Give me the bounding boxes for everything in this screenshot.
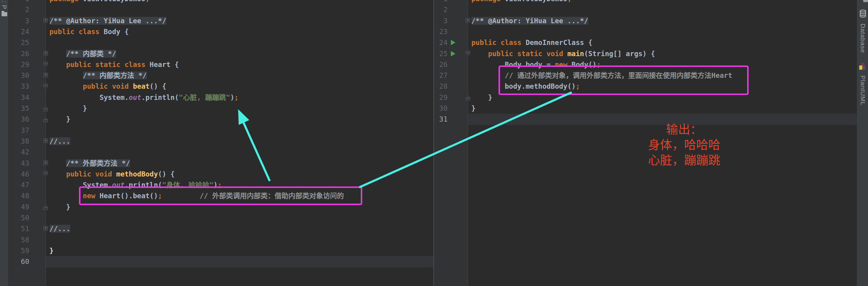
code-line[interactable]: /** @Author: YiHua Lee ...*/ [50, 16, 166, 26]
code-token: } [471, 93, 492, 102]
fold-marker-icon[interactable]: + [43, 226, 48, 230]
code-token: public static void [488, 50, 567, 58]
code-line[interactable]: public void beat() { [50, 81, 166, 92]
partial-tool-icon[interactable] [863, 0, 868, 2]
code-token: /** 内部类方法 */ [83, 72, 147, 79]
line-number[interactable]: 25 [434, 48, 447, 59]
plantuml-icon [859, 63, 867, 70]
line-number[interactable]: 31 [434, 114, 447, 124]
code-token: /** 内部类 */ [66, 50, 116, 58]
left-tool-stripe: 1: P [0, 0, 9, 286]
code-token: public static class [66, 61, 150, 68]
code-line[interactable]: package view.studyDemo5; [50, 0, 150, 4]
line-number[interactable]: 60 [8, 256, 29, 267]
code-token: //... [50, 137, 70, 145]
line-number[interactable]: 46 [8, 169, 29, 179]
line-number[interactable]: 2 [434, 4, 447, 15]
line-number[interactable]: 27 [434, 70, 447, 81]
line-number[interactable]: 26 [434, 59, 447, 70]
line-number[interactable]: 42 [8, 147, 29, 158]
line-number[interactable]: 48 [8, 190, 29, 201]
code-line[interactable]: System.out.println("心脏, 蹦蹦跳"); [50, 92, 239, 103]
code-token: ; [146, 0, 150, 3]
fold-marker-icon[interactable]: + [466, 18, 470, 23]
code-token: ; [567, 0, 572, 3]
line-number[interactable]: 43 [8, 158, 29, 169]
code-line[interactable]: public static class Heart { [50, 59, 179, 70]
line-number[interactable]: 1 [8, 0, 29, 4]
line-number[interactable]: 24 [434, 37, 447, 48]
code-line[interactable]: public void methodBody() { [50, 169, 175, 179]
code-line[interactable]: /** 内部类方法 */ [50, 70, 147, 81]
line-number[interactable]: 30 [434, 103, 447, 114]
project-tool-button[interactable]: 1: P [1, 0, 8, 9]
line-number[interactable]: 30 [8, 70, 29, 81]
code-line[interactable]: public class Body { [50, 26, 129, 37]
code-line[interactable]: package view.studyDemo5; [471, 0, 571, 4]
line-number[interactable]: 29 [434, 92, 447, 103]
code-line[interactable]: } [50, 202, 70, 212]
code-token [50, 170, 66, 178]
line-number[interactable]: 51 [8, 223, 29, 234]
editor-pane-left[interactable]: 1package view.studyDemo5;23+/** @Author:… [8, 0, 433, 286]
line-number[interactable]: 26 [8, 48, 29, 59]
run-button-icon[interactable] [451, 40, 456, 45]
project-folder-icon[interactable] [1, 12, 7, 16]
code-line[interactable]: } [50, 114, 70, 124]
gutter-separator-left [45, 0, 46, 286]
line-number[interactable]: 24 [8, 26, 29, 37]
code-token [50, 192, 83, 200]
code-line[interactable]: //... [50, 223, 70, 234]
code-line[interactable]: public static void main(String[] args) { [471, 48, 655, 59]
code-line[interactable]: /** 外部类方法 */ [50, 158, 130, 169]
code-token: /** @Author: YiHua Lee ...*/ [50, 17, 166, 25]
line-number[interactable]: 47 [8, 179, 29, 190]
line-number[interactable]: 2 [8, 4, 29, 15]
line-number[interactable]: 23 [434, 26, 447, 37]
line-number[interactable]: 58 [8, 234, 29, 245]
database-tool-button[interactable]: Database [857, 9, 868, 54]
fold-marker-icon[interactable]: + [43, 139, 48, 143]
line-number[interactable]: 49 [8, 202, 29, 212]
code-line[interactable]: } [50, 103, 87, 114]
plantuml-tool-button[interactable]: PlantUML [857, 62, 868, 110]
line-number[interactable]: 38 [8, 136, 29, 147]
output-line: 身体，哈哈哈 [627, 137, 741, 153]
line-number[interactable]: 50 [8, 212, 29, 223]
line-number[interactable]: 3 [8, 16, 29, 26]
fold-marker-icon[interactable]: + [43, 161, 48, 165]
line-number[interactable]: 35 [8, 103, 29, 114]
code-token: } [50, 203, 70, 211]
code-line[interactable]: /** @Author: YiHua Lee ...*/ [471, 16, 588, 26]
fold-marker-icon[interactable]: + [43, 18, 48, 23]
line-number[interactable]: 25 [8, 37, 29, 48]
run-button-icon[interactable] [451, 51, 456, 56]
code-token: } [471, 105, 475, 112]
line-number[interactable]: 59 [8, 245, 29, 256]
line-number[interactable]: 28 [434, 81, 447, 92]
line-number[interactable]: 3 [434, 16, 447, 26]
line-number[interactable]: 29 [8, 59, 29, 70]
code-line[interactable]: //... [50, 136, 70, 147]
code-token: () { [150, 82, 166, 90]
ide-window: 1: P 1package view.studyDemo5;23+/** @Au… [0, 0, 868, 286]
code-token: Body { [104, 28, 129, 36]
code-line[interactable]: /** 内部类 */ [50, 48, 116, 59]
fold-marker-icon[interactable]: + [43, 73, 48, 77]
code-line[interactable]: } [471, 92, 492, 103]
line-number[interactable]: 33 [8, 81, 29, 92]
line-number[interactable]: 34 [8, 92, 29, 103]
output-line: 心脏，蹦蹦跳 [627, 153, 741, 168]
code-token [50, 82, 83, 90]
code-token: } [50, 115, 70, 123]
code-line[interactable]: public class DemoInnerClass { [471, 37, 592, 48]
code-line[interactable]: } [50, 245, 54, 256]
line-number[interactable]: 36 [8, 114, 29, 124]
code-token: /** @Author: YiHua Lee ...*/ [471, 17, 588, 25]
code-token: .println( [141, 93, 179, 102]
line-number[interactable]: 37 [8, 125, 29, 136]
fold-marker-icon[interactable]: + [43, 51, 48, 56]
line-number[interactable]: 1 [434, 0, 447, 4]
code-line[interactable]: } [471, 103, 475, 114]
editor-split-divider[interactable] [433, 0, 434, 286]
